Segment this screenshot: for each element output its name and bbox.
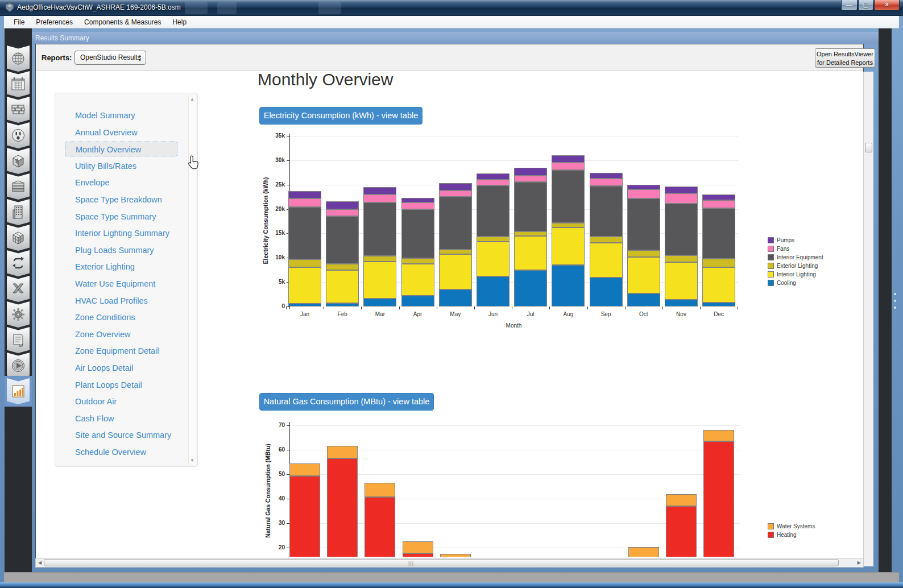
bar-segment-cooling [665, 300, 698, 307]
y-axis-title: Natural Gas Consumption (MBtu) [264, 405, 271, 576]
rail-tab-hvac-systems-icon[interactable] [7, 250, 30, 276]
bar-segment-fans [514, 176, 547, 181]
rail-tab-site-icon[interactable] [7, 45, 30, 72]
x-tick [324, 307, 324, 309]
menu-file[interactable]: File [9, 16, 30, 28]
bar-segment-pumps [552, 155, 585, 163]
bar-segment-interior-lighting [363, 262, 396, 299]
menu-preferences[interactable]: Preferences [31, 16, 78, 28]
x-tick-label: Jan [288, 311, 322, 317]
maximize-button[interactable]: ▢ [858, 0, 873, 11]
bar-segment-interior-lighting [439, 254, 472, 289]
rail-tab-spaces-icon[interactable] [7, 225, 30, 251]
measures-icon [11, 307, 26, 322]
rail-tab-output-variables-icon[interactable] [7, 276, 30, 302]
bar-segment-cooling [477, 276, 510, 307]
legend-swatch [768, 263, 774, 269]
bar-segment-interior-lighting [665, 262, 698, 300]
bar-segment-pumps [439, 183, 472, 191]
bar-segment-fans [401, 202, 434, 209]
x-tick-label: Jun [476, 311, 510, 317]
y-tick-label: 5k [267, 279, 285, 285]
bar-segment-heating [364, 497, 395, 557]
x-tick-label: Sep [589, 311, 623, 317]
minimize-button[interactable]: — [841, 0, 858, 11]
bar-segment-exterior-lighting [702, 259, 735, 267]
bar-segment-pumps [363, 187, 396, 194]
grip-dot [894, 293, 896, 295]
rail-tab-measures-icon[interactable] [7, 301, 30, 328]
bar-segment-fans [702, 200, 735, 208]
rail-tab-facility-icon[interactable] [7, 199, 30, 225]
bar-segment-fans [439, 191, 472, 197]
title-bar[interactable]: AedgOfficeHvacVavChW_ASHRAE 169-2006-5B.… [0, 0, 903, 16]
thumb-grip: ||| [408, 561, 414, 566]
rail-tab-loads-icon[interactable] [7, 122, 30, 148]
scroll-left-icon[interactable]: ◀ [38, 560, 42, 565]
bar-segment-heating [327, 458, 358, 557]
bar-segment-exterior-lighting [627, 250, 660, 257]
rail-tab-geometry-icon[interactable] [7, 173, 30, 200]
right-dark-strip [879, 28, 892, 572]
bar-segment-interior-lighting [514, 236, 547, 270]
charts-area: Electricity Consumption (kWh) - view tab… [36, 44, 863, 566]
close-button[interactable]: ✕ [874, 0, 900, 11]
bar-segment-cooling [401, 296, 434, 307]
bar-segment-fans [627, 189, 660, 198]
x-tick-label: Feb [325, 311, 359, 317]
x-tick-label: Dec [702, 311, 736, 317]
bar-segment-interior-lighting [590, 243, 623, 278]
bar-segment-cooling [627, 293, 660, 307]
grip-dot [894, 300, 896, 302]
x-tick-label: May [438, 311, 473, 317]
rail-tab-constructions-icon[interactable] [7, 97, 30, 123]
bar-segment-exterior-lighting [590, 237, 623, 242]
menu-help[interactable]: Help [167, 16, 192, 28]
vertical-scroll-thumb[interactable] [865, 143, 872, 152]
output-variables-icon [11, 281, 26, 296]
bar-segment-interior-equipment [590, 186, 623, 237]
chart-view-table-button[interactable]: Natural Gas Consumption (MBtu) - view ta… [259, 393, 434, 411]
menu-components-measures[interactable]: Components & Measures [79, 16, 166, 28]
bar-segment-exterior-lighting [477, 237, 510, 242]
y-tick-label: 20k [267, 206, 285, 212]
x-tick [625, 307, 626, 309]
legend-swatch [768, 523, 774, 529]
y-tick-label: 25k [267, 181, 285, 188]
rail-tab-scripts-icon[interactable] [7, 327, 30, 353]
gridline [289, 425, 740, 426]
bar-segment-cooling [326, 303, 359, 307]
chart-view-table-button[interactable]: Electricity Consumption (kWh) - view tab… [259, 107, 422, 125]
bar-segment-water-systems [440, 554, 471, 557]
vertical-tab-rail [5, 28, 32, 572]
rail-tab-run-simulation-icon[interactable] [7, 353, 30, 379]
x-tick-label: Apr [401, 311, 435, 317]
bar-segment-exterior-lighting [401, 258, 434, 263]
aero-ghost [185, 2, 208, 14]
status-bar [4, 572, 899, 582]
x-tick-label: Jul [513, 311, 548, 317]
gridline [289, 160, 738, 161]
site-icon [11, 51, 26, 66]
bar-segment-heating [403, 553, 433, 557]
legend-swatch [768, 246, 774, 252]
rail-tab-space-types-icon[interactable] [7, 148, 30, 174]
legend-label: Interior Equipment [777, 254, 823, 260]
x-tick-label: Aug [551, 311, 585, 317]
y-tick-label: 30k [267, 157, 285, 163]
constructions-icon [11, 102, 26, 117]
bar-segment-fans [590, 179, 623, 187]
rail-tab-results-summary-icon[interactable] [7, 378, 30, 404]
horizontal-scroll-thumb[interactable]: ||| [44, 559, 839, 566]
bar-segment-water-systems [327, 446, 358, 458]
rail-tab-schedules-icon[interactable] [7, 71, 30, 97]
content-horizontal-scrollbar[interactable]: ◀ ||| ▶ [35, 558, 864, 568]
x-axis-title: Month [497, 322, 531, 329]
bar-segment-interior-lighting [477, 242, 510, 276]
app-window: AedgOfficeHvacVavChW_ASHRAE 169-2006-5B.… [0, 0, 903, 588]
bar-segment-water-systems [628, 547, 659, 557]
results-summary-band [32, 32, 879, 44]
scroll-right-icon[interactable]: ▶ [858, 560, 861, 565]
bar-segment-pumps [702, 194, 735, 200]
content-vertical-scrollbar[interactable] [863, 72, 873, 566]
